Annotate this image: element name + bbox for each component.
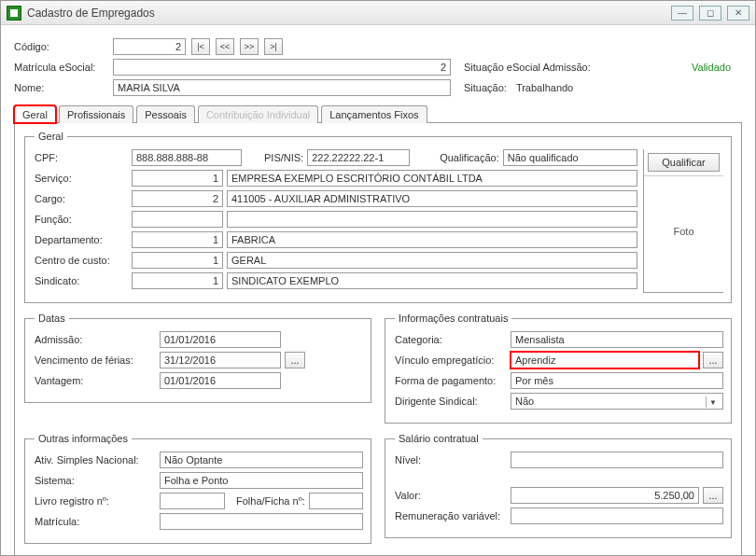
pisnis-field[interactable]: 222.22222.22-1 [307, 149, 410, 166]
qualificacao-label: Qualificação: [440, 152, 499, 163]
centro-desc[interactable]: GERAL [227, 252, 637, 269]
legend-salario: Salário contratual [395, 433, 483, 444]
fieldset-contratuais: Informações contratuais Categoria: Mensa… [385, 313, 732, 424]
valor-label: Valor: [395, 490, 507, 501]
remun-label: Remuneração variável: [395, 510, 507, 521]
cpf-field[interactable]: 888.888.888-88 [132, 149, 242, 166]
dirigente-combo[interactable]: Não [511, 393, 723, 410]
servico-code[interactable]: 1 [132, 170, 223, 187]
qualificacao-field[interactable]: Não qualificado [503, 149, 637, 166]
matricula-esocial-label: Matrícula eSocial: [14, 62, 107, 73]
tab-pessoais[interactable]: Pessoais [136, 105, 195, 123]
codigo-label: Código: [14, 41, 107, 52]
dirigente-label: Dirigente Sindical: [395, 396, 507, 407]
legend-outras: Outras informações [35, 433, 132, 444]
admissao-field[interactable]: 01/01/2016 [160, 331, 281, 348]
sindicato-label: Sindicato: [35, 275, 128, 286]
vinculo-field[interactable]: Aprendiz [511, 352, 699, 368]
situacao-label: Situação: [464, 82, 507, 93]
app-icon [7, 6, 21, 21]
nav-first-button[interactable]: |< [191, 38, 210, 55]
fieldset-geral: Geral CPF: 888.888.888-88 PIS/NIS: 222.2… [24, 131, 732, 303]
fieldset-datas: Datas Admissão: 01/01/2016 Vencimento de… [24, 313, 371, 403]
cpf-label: CPF: [35, 152, 128, 163]
nivel-field[interactable] [511, 452, 723, 468]
nav-prev-button[interactable]: << [216, 38, 234, 55]
vinculo-label: Vínculo empregatício: [395, 354, 507, 366]
matricula-esocial-field[interactable]: 2 [113, 59, 451, 76]
valor-lookup-button[interactable]: ... [703, 487, 723, 504]
ferias-lookup-button[interactable]: ... [285, 352, 305, 368]
maximize-button[interactable]: ◻ [699, 6, 721, 21]
departamento-label: Departamento: [35, 234, 128, 245]
admissao-label: Admissão: [35, 334, 156, 345]
sistema-field[interactable]: Folha e Ponto [160, 472, 363, 489]
close-button[interactable]: ✕ [727, 6, 749, 21]
sindicato-desc[interactable]: SINDICATO EXEMPLO [227, 272, 637, 289]
categoria-label: Categoria: [395, 334, 507, 345]
legend-datas: Datas [35, 313, 69, 324]
funcao-label: Função: [35, 214, 128, 225]
livro-field[interactable] [160, 493, 225, 509]
simples-field[interactable]: Não Optante [160, 452, 363, 468]
photo-panel: Qualificar Foto [643, 149, 723, 293]
sistema-label: Sistema: [35, 475, 156, 486]
cargo-code[interactable]: 2 [132, 190, 223, 207]
situacao-esocial-value: Validado [692, 62, 731, 73]
qualificar-button[interactable]: Qualificar [648, 153, 720, 172]
departamento-code[interactable]: 1 [132, 231, 223, 248]
cargo-desc[interactable]: 411005 - AUXILIAR ADMINISTRATIVO [227, 190, 637, 207]
nivel-label: Nível: [395, 454, 507, 466]
folha-label: Folha/Ficha nº: [236, 495, 305, 507]
fieldset-salario: Salário contratual Nível: Valor: 5.250,0… [385, 433, 732, 538]
foto-placeholder[interactable]: Foto [644, 176, 723, 286]
valor-field[interactable]: 5.250,00 [511, 487, 699, 504]
situacao-value: Trabalhando [516, 82, 573, 93]
nav-next-button[interactable]: >> [240, 38, 259, 55]
tab-contribuicao[interactable]: Contribuição Individual [198, 105, 318, 123]
legend-geral: Geral [35, 131, 67, 142]
ferias-label: Vencimento de férias: [35, 354, 156, 366]
simples-label: Ativ. Simples Nacional: [35, 454, 156, 466]
remun-field[interactable] [511, 507, 723, 524]
minimize-button[interactable]: — [671, 6, 693, 21]
vantagem-field[interactable]: 01/01/2016 [160, 372, 281, 389]
funcao-code[interactable] [132, 211, 223, 228]
tab-profissionais[interactable]: Profissionais [59, 105, 133, 123]
servico-desc[interactable]: EMPRESA EXEMPLO ESCRITÓRIO CONTÁBIL LTDA [227, 170, 637, 187]
centro-label: Centro de custo: [35, 255, 128, 266]
vantagem-label: Vantagem: [35, 375, 156, 386]
outras-matricula-field[interactable] [160, 513, 363, 530]
situacao-esocial-label: Situação eSocial Admissão: [464, 62, 591, 73]
pisnis-label: PIS/NIS: [264, 152, 303, 163]
window-title: Cadastro de Empregados [27, 7, 671, 20]
folha-field[interactable] [309, 493, 363, 509]
departamento-desc[interactable]: FABRICA [227, 231, 637, 248]
forma-label: Forma de pagamento: [395, 375, 507, 386]
cargo-label: Cargo: [35, 193, 128, 204]
nome-label: Nome: [14, 82, 107, 93]
centro-code[interactable]: 1 [132, 252, 223, 269]
legend-contratuais: Informações contratuais [395, 313, 511, 324]
codigo-field[interactable]: 2 [113, 38, 186, 55]
categoria-field[interactable]: Mensalista [511, 331, 723, 348]
forma-field[interactable]: Por mês [511, 372, 723, 389]
fieldset-outras: Outras informações Ativ. Simples Naciona… [24, 433, 371, 544]
tab-bar: Geral Profissionais Pessoais Contribuiçã… [14, 105, 742, 123]
vinculo-lookup-button[interactable]: ... [703, 352, 723, 368]
titlebar: Cadastro de Empregados — ◻ ✕ [1, 1, 755, 25]
tab-lancamentos[interactable]: Lançamentos Fixos [321, 105, 427, 123]
livro-label: Livro registro nº: [35, 495, 156, 507]
nome-field[interactable]: MARIA SILVA [113, 79, 451, 96]
outras-matricula-label: Matrícula: [35, 516, 156, 527]
ferias-field[interactable]: 31/12/2016 [160, 352, 281, 368]
sindicato-code[interactable]: 1 [132, 272, 223, 289]
tab-geral[interactable]: Geral [14, 105, 56, 123]
funcao-desc[interactable] [227, 211, 637, 228]
nav-last-button[interactable]: >| [264, 38, 283, 55]
servico-label: Serviço: [35, 173, 128, 184]
